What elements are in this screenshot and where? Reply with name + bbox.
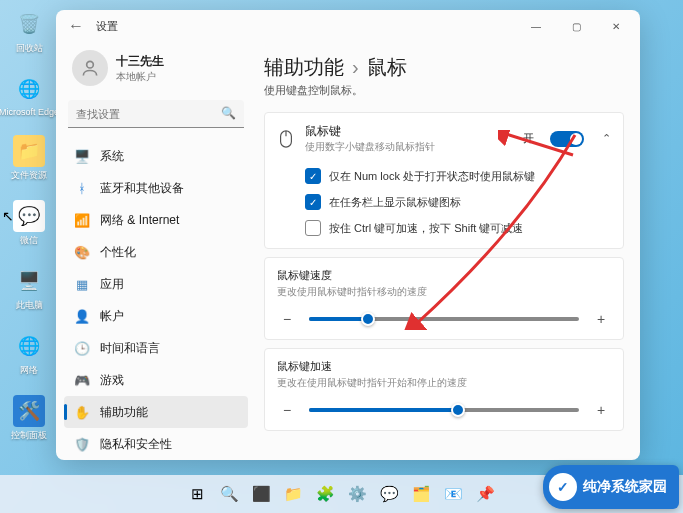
taskbar-item-0[interactable]: ⊞ xyxy=(184,480,212,508)
sidebar-item-5[interactable]: 👤帐户 xyxy=(64,300,248,332)
desktop-icon-glyph: 🌐 xyxy=(13,73,45,105)
desktop-icons: 🗑️回收站🌐Microsoft Edge📁文件资源💬微信🖥️此电脑🌐网络🛠️控制… xyxy=(8,8,50,442)
maximize-button[interactable]: ▢ xyxy=(556,10,596,42)
desktop-icon-glyph: 📁 xyxy=(13,135,45,167)
desktop-icon-glyph: 🗑️ xyxy=(13,8,45,40)
taskbar-item-1[interactable]: 🔍 xyxy=(216,480,244,508)
user-name: 十三先生 xyxy=(116,53,164,70)
nav-icon: 👤 xyxy=(74,308,90,324)
sidebar-item-0[interactable]: 🖥️系统 xyxy=(64,140,248,172)
taskbar-item-4[interactable]: 🧩 xyxy=(312,480,340,508)
taskbar-item-6[interactable]: 💬 xyxy=(376,480,404,508)
desktop-icon-label: Microsoft Edge xyxy=(0,107,59,117)
taskbar-item-9[interactable]: 📌 xyxy=(472,480,500,508)
nav-label: 游戏 xyxy=(100,372,124,389)
nav-icon: 🖥️ xyxy=(74,148,90,164)
speed-plus[interactable]: + xyxy=(591,309,611,329)
check-row-2: 按住 Ctrl 键可加速，按下 Shift 键可减速 xyxy=(305,220,611,236)
sidebar-item-7[interactable]: 🎮游戏 xyxy=(64,364,248,396)
accel-minus[interactable]: − xyxy=(277,400,297,420)
breadcrumb: 辅助功能 › 鼠标 xyxy=(264,54,624,81)
nav-label: 帐户 xyxy=(100,308,124,325)
speed-minus[interactable]: − xyxy=(277,309,297,329)
nav-label: 辅助功能 xyxy=(100,404,148,421)
accel-card: 鼠标键加速 更改在使用鼠标键时指针开始和停止的速度 − + xyxy=(264,348,624,431)
desktop-icon-3[interactable]: 💬微信 xyxy=(8,200,50,247)
taskbar-item-3[interactable]: 📁 xyxy=(280,480,308,508)
taskbar-item-5[interactable]: ⚙️ xyxy=(344,480,372,508)
nav-label: 网络 & Internet xyxy=(100,212,179,229)
mousekeys-toggle[interactable] xyxy=(550,131,584,147)
accel-plus[interactable]: + xyxy=(591,400,611,420)
check-row-1: ✓在任务栏上显示鼠标键图标 xyxy=(305,194,611,210)
back-button[interactable]: ← xyxy=(60,10,92,42)
check-label: 在任务栏上显示鼠标键图标 xyxy=(329,195,461,210)
nav-icon: 🎨 xyxy=(74,244,90,260)
desktop-icon-label: 此电脑 xyxy=(16,299,43,312)
desktop-icon-6[interactable]: 🛠️控制面板 xyxy=(8,395,50,442)
user-sub: 本地帐户 xyxy=(116,70,164,84)
sidebar: 十三先生 本地帐户 🔍 🖥️系统ᚼ蓝牙和其他设备📶网络 & Internet🎨个… xyxy=(56,42,256,460)
page-subtitle: 使用键盘控制鼠标。 xyxy=(264,83,624,98)
window-title: 设置 xyxy=(96,19,118,34)
taskbar-item-8[interactable]: 📧 xyxy=(440,480,468,508)
desktop-icon-label: 网络 xyxy=(20,364,38,377)
sidebar-item-3[interactable]: 🎨个性化 xyxy=(64,236,248,268)
desktop-icon-2[interactable]: 📁文件资源 xyxy=(8,135,50,182)
sidebar-item-8[interactable]: ✋辅助功能 xyxy=(64,396,248,428)
close-button[interactable]: ✕ xyxy=(596,10,636,42)
mousekeys-sub: 使用数字小键盘移动鼠标指针 xyxy=(305,140,513,154)
desktop-icon-label: 控制面板 xyxy=(11,429,47,442)
desktop-icon-label: 回收站 xyxy=(16,42,43,55)
mouse-icon xyxy=(277,130,295,148)
sidebar-item-6[interactable]: 🕒时间和语言 xyxy=(64,332,248,364)
desktop-icon-label: 文件资源 xyxy=(11,169,47,182)
nav-icon: 🎮 xyxy=(74,372,90,388)
mousekeys-title: 鼠标键 xyxy=(305,123,513,140)
toggle-label: 开 xyxy=(523,131,534,146)
nav-label: 应用 xyxy=(100,276,124,293)
desktop-icon-label: 微信 xyxy=(20,234,38,247)
content: 辅助功能 › 鼠标 使用键盘控制鼠标。 鼠标键 使用数字小键盘移动鼠标指针 开 … xyxy=(256,42,640,460)
accel-slider[interactable] xyxy=(309,408,579,412)
user-block[interactable]: 十三先生 本地帐户 xyxy=(64,46,248,96)
nav-icon: ᚼ xyxy=(74,180,90,196)
sidebar-item-9[interactable]: 🛡️隐私和安全性 xyxy=(64,428,248,460)
desktop-icon-glyph: 🖥️ xyxy=(13,265,45,297)
taskbar-item-2[interactable]: ⬛ xyxy=(248,480,276,508)
chevron-right-icon: › xyxy=(352,56,359,79)
avatar xyxy=(72,50,108,86)
nav-label: 时间和语言 xyxy=(100,340,160,357)
taskbar-item-7[interactable]: 🗂️ xyxy=(408,480,436,508)
nav-label: 隐私和安全性 xyxy=(100,436,172,453)
sidebar-item-1[interactable]: ᚼ蓝牙和其他设备 xyxy=(64,172,248,204)
check-label: 按住 Ctrl 键可加速，按下 Shift 键可减速 xyxy=(329,221,523,236)
nav-label: 系统 xyxy=(100,148,124,165)
speed-slider[interactable] xyxy=(309,317,579,321)
nav-icon: 🕒 xyxy=(74,340,90,356)
desktop-icon-0[interactable]: 🗑️回收站 xyxy=(8,8,50,55)
sidebar-item-2[interactable]: 📶网络 & Internet xyxy=(64,204,248,236)
desktop-icon-glyph: 🌐 xyxy=(13,330,45,362)
svg-point-0 xyxy=(87,61,94,68)
desktop-icon-4[interactable]: 🖥️此电脑 xyxy=(8,265,50,312)
brand-badge: ✓ 纯净系统家园 xyxy=(543,465,679,509)
speed-title: 鼠标键速度 xyxy=(277,268,611,283)
check-row-0: ✓仅在 Num lock 处于打开状态时使用鼠标键 xyxy=(305,168,611,184)
checkbox[interactable]: ✓ xyxy=(305,194,321,210)
chevron-up-icon: ⌃ xyxy=(602,132,611,145)
sidebar-item-4[interactable]: ▦应用 xyxy=(64,268,248,300)
desktop-icon-1[interactable]: 🌐Microsoft Edge xyxy=(8,73,50,117)
titlebar: ← 设置 — ▢ ✕ xyxy=(56,10,640,42)
settings-window: ← 设置 — ▢ ✕ 十三先生 本地帐户 🔍 🖥️系统ᚼ蓝牙和其他设备📶网络 &… xyxy=(56,10,640,460)
search-input[interactable] xyxy=(68,100,244,128)
nav-icon: ✋ xyxy=(74,404,90,420)
breadcrumb-parent[interactable]: 辅助功能 xyxy=(264,54,344,81)
checkbox[interactable] xyxy=(305,220,321,236)
mousekeys-header[interactable]: 鼠标键 使用数字小键盘移动鼠标指针 开 ⌃ xyxy=(265,113,623,164)
brand-text: 纯净系统家园 xyxy=(583,478,667,496)
checkbox[interactable]: ✓ xyxy=(305,168,321,184)
search-icon: 🔍 xyxy=(221,106,236,120)
desktop-icon-5[interactable]: 🌐网络 xyxy=(8,330,50,377)
minimize-button[interactable]: — xyxy=(516,10,556,42)
